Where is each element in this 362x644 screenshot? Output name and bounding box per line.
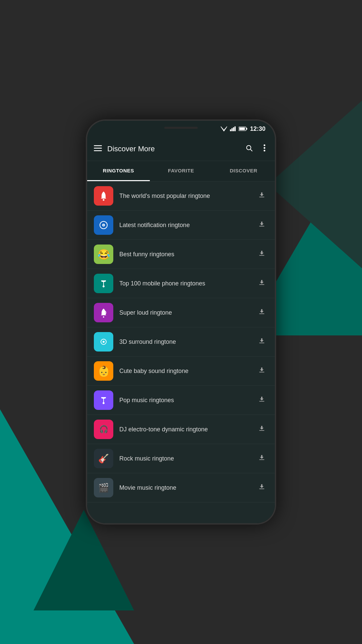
- battery-icon: [239, 126, 247, 131]
- ringtone-title-3: Best funny ringtones: [119, 251, 255, 258]
- phone-speaker: [164, 127, 198, 129]
- download-button-1[interactable]: [255, 189, 268, 203]
- download-button-8[interactable]: [255, 393, 268, 408]
- download-button-9[interactable]: [255, 422, 268, 437]
- download-button-7[interactable]: [255, 364, 268, 378]
- ringtone-title-6: 3D surround ringtone: [119, 338, 255, 345]
- list-item[interactable]: Top 100 mobile phone ringtones: [87, 269, 275, 298]
- item-icon-baby: 👶: [94, 361, 113, 381]
- svg-rect-10: [94, 150, 102, 151]
- download-button-2[interactable]: [255, 218, 268, 232]
- signal-icon: [230, 126, 236, 131]
- ringtone-title-2: Latest notification ringtone: [119, 222, 255, 229]
- wifi-icon: [221, 126, 227, 131]
- item-icon-bell: [94, 186, 113, 206]
- svg-point-0: [224, 130, 225, 131]
- ringtone-title-11: Movie music ringtone: [119, 484, 255, 491]
- ringtone-title-9: DJ electro-tone dynamic ringtone: [119, 426, 255, 433]
- menu-icon[interactable]: [94, 145, 102, 153]
- svg-line-12: [250, 149, 252, 151]
- ringtone-title-1: The world's most popular ringtone: [119, 193, 255, 200]
- download-button-4[interactable]: [255, 276, 268, 291]
- svg-rect-1: [230, 129, 231, 131]
- tab-bar: RINGTONES FAVORITE DISCOVER: [87, 161, 275, 181]
- more-options-button[interactable]: [261, 142, 268, 156]
- svg-point-22: [103, 341, 105, 343]
- list-item[interactable]: Super loud ringtone: [87, 298, 275, 327]
- svg-point-16: [103, 199, 105, 201]
- ringtone-title-10: Rock music ringtone: [119, 455, 255, 462]
- download-button-10[interactable]: [255, 451, 268, 466]
- list-item[interactable]: 😂 Best funny ringtones: [87, 240, 275, 269]
- status-bar: 12:30: [87, 121, 275, 137]
- svg-point-14: [264, 147, 265, 149]
- item-icon-dj-electro: 🎧: [94, 420, 113, 439]
- ringtone-title-4: Top 100 mobile phone ringtones: [119, 280, 255, 287]
- list-item[interactable]: 3D surround ringtone: [87, 327, 275, 357]
- app-bar: Discover More: [87, 137, 275, 161]
- download-button-6[interactable]: [255, 334, 268, 349]
- phone-screen: 12:30 Discover More: [87, 121, 275, 523]
- item-icon-3d: [94, 332, 113, 352]
- svg-point-15: [264, 150, 265, 151]
- svg-rect-8: [94, 145, 102, 146]
- svg-rect-9: [94, 148, 102, 149]
- svg-rect-7: [239, 127, 245, 130]
- download-button-11[interactable]: [255, 480, 268, 495]
- item-icon-loud: [94, 303, 113, 322]
- item-icon-pop: [94, 390, 113, 410]
- ringtone-list: The world's most popular ringtone Late: [87, 181, 275, 523]
- list-item[interactable]: 🎸 Rock music ringtone: [87, 444, 275, 473]
- tab-discover[interactable]: DISCOVER: [212, 161, 275, 181]
- svg-rect-2: [231, 128, 233, 131]
- item-icon-dj: [94, 215, 113, 235]
- list-item[interactable]: 👶 Cute baby sound ringtone: [87, 357, 275, 386]
- svg-point-19: [103, 225, 104, 226]
- status-time: 12:30: [250, 125, 265, 132]
- download-button-3[interactable]: [255, 247, 268, 262]
- ringtone-title-5: Super loud ringtone: [119, 309, 255, 316]
- list-item[interactable]: Pop music ringtones: [87, 386, 275, 415]
- tab-ringtones[interactable]: RINGTONES: [87, 161, 150, 181]
- status-icons: 12:30: [221, 125, 265, 132]
- ringtone-title-8: Pop music ringtones: [119, 397, 255, 404]
- ringtone-title-7: Cute baby sound ringtone: [119, 368, 255, 375]
- download-button-5[interactable]: [255, 305, 268, 320]
- item-icon-funny: 😂: [94, 245, 113, 264]
- list-item[interactable]: Latest notification ringtone: [87, 211, 275, 240]
- list-item[interactable]: 🎧 DJ electro-tone dynamic ringtone: [87, 415, 275, 444]
- list-item[interactable]: The world's most popular ringtone: [87, 181, 275, 211]
- svg-rect-6: [246, 128, 247, 130]
- svg-rect-3: [233, 127, 234, 131]
- svg-rect-4: [234, 126, 236, 131]
- tab-favorite[interactable]: FAVORITE: [150, 161, 213, 181]
- item-icon-rock: 🎸: [94, 449, 113, 468]
- search-button[interactable]: [243, 142, 255, 156]
- item-icon-movie: 🎬: [94, 478, 113, 497]
- svg-point-20: [103, 316, 104, 318]
- item-icon-top100: [94, 274, 113, 293]
- app-title: Discover More: [107, 145, 237, 153]
- list-item[interactable]: 🎬 Movie music ringtone: [87, 473, 275, 502]
- phone-frame: 12:30 Discover More: [87, 121, 275, 523]
- svg-point-13: [264, 144, 265, 146]
